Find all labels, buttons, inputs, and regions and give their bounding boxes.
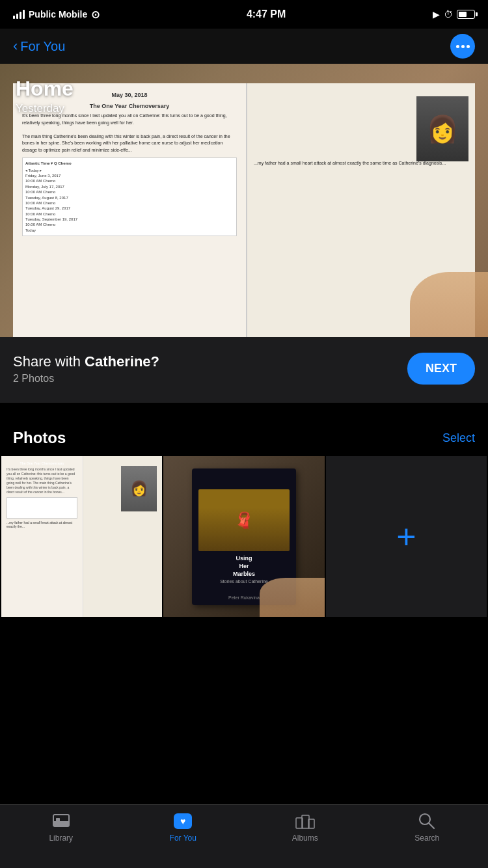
share-photo-count: 2 Photos [13, 373, 159, 385]
tab-albums-label: Albums [292, 834, 318, 843]
photo-cell-add[interactable]: + [326, 456, 487, 617]
select-button[interactable]: Select [442, 431, 475, 445]
photos-section: Photos Select The One Year Chemoversary … [0, 418, 488, 630]
more-options-button[interactable] [450, 34, 475, 59]
book-cover-title: UsingHerMarbles [233, 555, 255, 578]
share-card: Share with Catherine? 2 Photos NEXT [0, 337, 488, 403]
status-right: ▶ ⏱ [433, 9, 475, 20]
more-dots-icon [456, 45, 470, 48]
add-photo-icon: + [396, 520, 416, 554]
svg-rect-1 [53, 821, 69, 826]
location-icon: ▶ [433, 9, 440, 20]
signal-icon [13, 10, 25, 19]
tab-albums[interactable]: Albums [244, 813, 366, 843]
book-cover-author: Peter Rukavina [228, 595, 260, 600]
albums-icon [295, 813, 315, 830]
share-prompt-text: Share with [13, 353, 81, 370]
tab-search-label: Search [414, 834, 439, 843]
book-cover-subtitle: Stories about Catherine [220, 579, 268, 584]
tab-for-you-label: For You [170, 834, 197, 843]
next-button[interactable]: NEXT [407, 353, 475, 385]
alarm-icon: ⏱ [444, 9, 453, 20]
back-arrow-icon: ‹ [13, 38, 18, 55]
tab-bar: Library ♥ For You Albums Search [0, 804, 488, 868]
hero-title: Home [16, 77, 74, 101]
hero-photo: May 30, 2018 The One Year Chemoversary I… [0, 64, 488, 337]
tab-library-label: Library [49, 834, 73, 843]
share-prompt: Share with Catherine? [13, 353, 159, 370]
battery-indicator [457, 10, 475, 19]
status-bar: Public Mobile ⊙ 4:47 PM ▶ ⏱ [0, 0, 488, 29]
status-left: Public Mobile ⊙ [13, 8, 100, 21]
book-spread: May 30, 2018 The One Year Chemoversary I… [13, 83, 475, 337]
photos-section-title: Photos [13, 429, 66, 447]
back-button[interactable]: ‹ For You [13, 38, 65, 55]
wifi-icon: ⊙ [91, 8, 100, 21]
photos-header: Photos Select [0, 418, 488, 456]
book-left-page: May 30, 2018 The One Year Chemoversary I… [13, 83, 247, 337]
section-divider [0, 403, 488, 418]
for-you-icon: ♥ [174, 813, 192, 829]
hero-labels: Home Yesterday [16, 77, 74, 115]
nav-bar: ‹ For You [0, 29, 488, 64]
photo-cell-1[interactable]: The One Year Chemoversary It's been thre… [1, 456, 162, 617]
hand-overlay [410, 272, 488, 337]
tab-for-you[interactable]: ♥ For You [122, 813, 245, 843]
hero-subtitle: Yesterday [16, 102, 74, 115]
carrier-label: Public Mobile [29, 9, 87, 20]
share-person-name: Catherine? [85, 353, 159, 370]
share-text: Share with Catherine? 2 Photos [13, 353, 159, 385]
svg-rect-2 [56, 818, 60, 823]
status-time: 4:47 PM [247, 8, 286, 20]
tab-library[interactable]: Library [0, 813, 122, 843]
search-icon [418, 813, 435, 830]
photo-grid: The One Year Chemoversary It's been thre… [0, 456, 488, 617]
svg-line-7 [429, 823, 434, 828]
photo-cell-2[interactable]: 🧣 UsingHerMarbles Stories about Catherin… [163, 456, 324, 617]
battery-fill [459, 12, 467, 17]
tab-search[interactable]: Search [366, 813, 489, 843]
tab-spacer [0, 630, 488, 701]
back-label: For You [20, 39, 65, 54]
library-icon [51, 813, 71, 830]
